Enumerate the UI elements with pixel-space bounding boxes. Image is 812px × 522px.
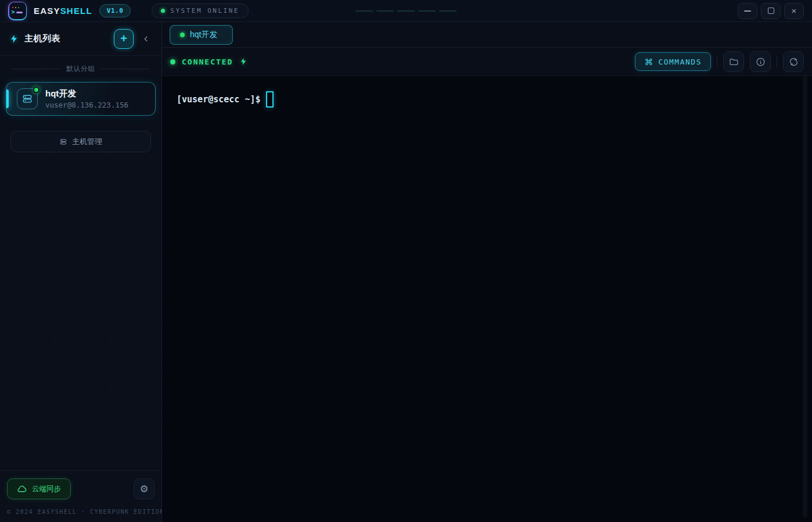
gear-icon: ⚙ — [139, 483, 148, 495]
version-badge: V1.0 — [99, 4, 131, 17]
titlebar: > EASYSHELL V1.0 SYSTEM ONLINE × — [0, 0, 812, 22]
close-button[interactable]: × — [784, 3, 804, 19]
maximize-button[interactable] — [761, 3, 781, 19]
lightning-icon — [239, 58, 247, 66]
minimize-icon — [744, 10, 751, 12]
main-panel: hqt开发 CONNECTED ⌘ COMMANDS — [162, 22, 812, 522]
host-address: vuser@8.136.223.156 — [45, 101, 128, 109]
traffic-light-dots — [12, 7, 20, 9]
terminal-area[interactable]: [vuser@scecc ~]$ — [162, 76, 812, 522]
add-host-button[interactable]: + — [114, 29, 134, 49]
maximize-icon — [768, 8, 774, 14]
reconnect-button[interactable] — [783, 51, 804, 72]
cloud-icon — [17, 484, 27, 494]
host-manage-button[interactable]: 主机管理 — [10, 131, 151, 152]
connection-status: CONNECTED — [170, 58, 247, 66]
terminal-scrollbar[interactable] — [803, 76, 807, 517]
titlebar-drag-decoration — [355, 10, 457, 12]
terminal-prompt-line: [vuser@scecc ~]$ — [177, 91, 800, 108]
cloud-sync-button[interactable]: 云端同步 — [7, 478, 71, 499]
minimize-button[interactable] — [738, 3, 757, 19]
server-icon — [59, 138, 67, 146]
server-icon — [17, 88, 38, 109]
collapse-sidebar-button[interactable] — [139, 29, 152, 49]
host-list-item[interactable]: hqt开发 vuser@8.136.223.156 — [6, 82, 156, 116]
terminal-cursor — [266, 91, 274, 108]
refresh-icon — [789, 57, 799, 67]
sidebar: 主机列表 + 默认分组 hqt开发 — [0, 22, 162, 522]
tab-online-dot — [180, 33, 185, 37]
app-title: EASYSHELL — [34, 6, 92, 16]
host-online-dot — [33, 87, 39, 93]
copyright-text: © 2024 EASYSHELL · CYBERPUNK EDITION — [7, 509, 155, 515]
divider — [777, 56, 777, 67]
host-name: hqt开发 — [45, 88, 128, 99]
terminal-logo-icon: > — [8, 2, 27, 20]
close-icon: × — [792, 6, 797, 15]
info-button[interactable] — [750, 51, 771, 72]
online-dot — [161, 9, 165, 13]
file-manager-button[interactable] — [723, 51, 744, 72]
connected-dot — [170, 59, 175, 65]
connection-label: CONNECTED — [182, 58, 233, 66]
sidebar-header: 主机列表 + — [0, 22, 161, 56]
sidebar-title: 主机列表 — [24, 33, 60, 44]
command-icon: ⌘ — [644, 58, 653, 66]
divider — [717, 56, 717, 67]
settings-button[interactable]: ⚙ — [134, 478, 155, 499]
plus-icon: + — [120, 32, 127, 45]
app-window: > EASYSHELL V1.0 SYSTEM ONLINE × — [0, 0, 812, 522]
tab-session[interactable]: hqt开发 — [170, 25, 233, 45]
chevron-left-icon — [142, 35, 150, 43]
lightning-icon — [9, 34, 19, 44]
active-accent-bar — [6, 90, 9, 108]
group-label: 默认分组 — [12, 65, 150, 73]
terminal-prompt: [vuser@scecc ~]$ — [177, 94, 261, 105]
tab-bar: hqt开发 — [162, 22, 812, 48]
folder-icon — [729, 57, 739, 67]
sidebar-footer: 云端同步 ⚙ © 2024 EASYSHELL · CYBERPUNK EDIT… — [0, 470, 161, 522]
tab-label: hqt开发 — [190, 30, 217, 40]
commands-button[interactable]: ⌘ COMMANDS — [635, 52, 711, 71]
info-icon — [756, 57, 766, 67]
status-bar: CONNECTED ⌘ COMMANDS — [162, 48, 812, 76]
window-controls: × — [738, 3, 804, 19]
system-status-badge: SYSTEM ONLINE — [152, 3, 249, 18]
